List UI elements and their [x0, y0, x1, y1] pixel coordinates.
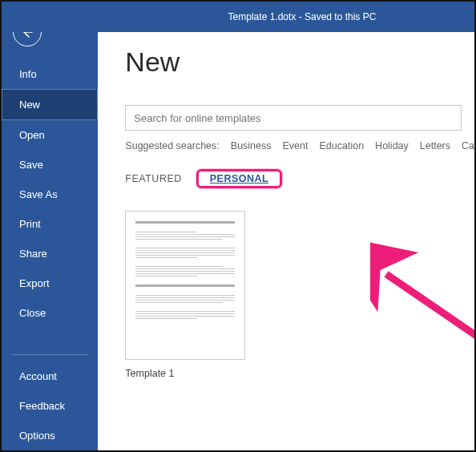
- nav-label: Save: [19, 159, 43, 171]
- search-input[interactable]: [134, 112, 453, 124]
- nav-item-options[interactable]: Options: [2, 421, 98, 450]
- nav-label: Share: [19, 248, 47, 260]
- tab-featured[interactable]: FEATURED: [125, 173, 181, 184]
- nav-label: Save As: [19, 188, 58, 200]
- suggested-link-holiday[interactable]: Holiday: [375, 140, 409, 151]
- nav-item-save[interactable]: Save: [2, 150, 98, 180]
- main-panel: New Suggested searches: Business Event E…: [98, 2, 474, 450]
- annotation-highlight: PERSONAL: [196, 169, 282, 188]
- template-thumbnail: [125, 211, 245, 360]
- backstage-sidebar: Info New Open Save Save As Print Share E…: [2, 2, 98, 450]
- suggested-link-education[interactable]: Education: [320, 140, 365, 151]
- template-grid: Template 1: [125, 211, 474, 379]
- nav-item-feedback[interactable]: Feedback: [2, 391, 98, 421]
- suggested-label: Suggested searches:: [125, 140, 219, 151]
- nav-primary: Info New Open Save Save As Print Share E…: [2, 59, 98, 328]
- suggested-link-more[interactable]: Ca: [462, 140, 474, 151]
- nav-item-open[interactable]: Open: [2, 120, 98, 150]
- page-title: New: [125, 46, 474, 78]
- nav-label: Open: [19, 129, 45, 141]
- nav-label: New: [19, 99, 40, 111]
- nav-item-close[interactable]: Close: [2, 298, 98, 328]
- nav-item-info[interactable]: Info: [2, 59, 98, 89]
- nav-label: Info: [19, 68, 37, 80]
- nav-label: Close: [19, 307, 46, 319]
- nav-footer: Account Feedback Options: [2, 361, 98, 450]
- search-container[interactable]: [125, 105, 462, 131]
- nav-label: Account: [19, 370, 57, 382]
- nav-item-export[interactable]: Export: [2, 268, 98, 298]
- template-name: Template 1: [125, 368, 245, 379]
- nav-label: Export: [19, 277, 50, 289]
- suggested-searches: Suggested searches: Business Event Educa…: [125, 140, 474, 151]
- nav-item-account[interactable]: Account: [2, 361, 98, 391]
- nav-label: Feedback: [19, 400, 65, 412]
- tab-personal[interactable]: PERSONAL: [204, 170, 275, 188]
- window-title: Template 1.dotx - Saved to this PC: [228, 11, 377, 22]
- suggested-link-event[interactable]: Event: [283, 140, 309, 151]
- nav-item-save-as[interactable]: Save As: [2, 180, 98, 209]
- template-card[interactable]: Template 1: [125, 211, 245, 379]
- template-tabs: FEATURED PERSONAL: [125, 169, 474, 188]
- nav-item-new[interactable]: New: [2, 89, 98, 120]
- nav-separator: [11, 354, 88, 355]
- suggested-link-business[interactable]: Business: [231, 140, 272, 151]
- nav-label: Print: [19, 218, 41, 230]
- title-bar: Template 1.dotx - Saved to this PC: [2, 2, 474, 32]
- nav-item-print[interactable]: Print: [2, 209, 98, 239]
- nav-label: Options: [19, 430, 55, 442]
- suggested-link-letters[interactable]: Letters: [420, 140, 450, 151]
- nav-item-share[interactable]: Share: [2, 239, 98, 268]
